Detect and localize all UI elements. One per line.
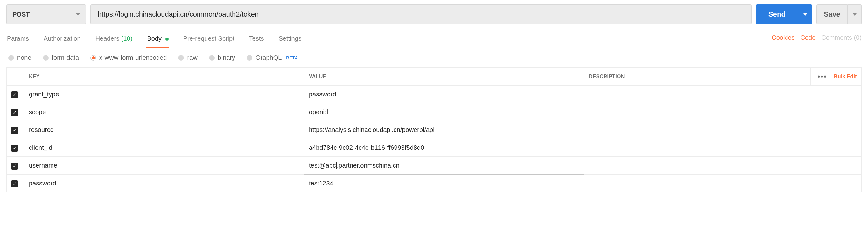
tab-tests[interactable]: Tests bbox=[248, 32, 265, 48]
tab-prerequest[interactable]: Pre-request Script bbox=[183, 32, 235, 48]
table-row: ✓passwordtest1234 bbox=[7, 175, 862, 193]
cookies-link[interactable]: Cookies bbox=[772, 34, 795, 41]
row-checkbox-cell[interactable]: ✓ bbox=[7, 175, 25, 193]
bulk-edit-link[interactable]: Bulk Edit bbox=[834, 74, 857, 79]
body-type-label: form-data bbox=[52, 54, 79, 61]
tab-authorization[interactable]: Authorization bbox=[43, 32, 82, 48]
method-label: POST bbox=[12, 11, 30, 18]
column-header-description: DESCRIPTION bbox=[585, 68, 811, 86]
radio-icon bbox=[43, 55, 49, 61]
row-checkbox-cell[interactable]: ✓ bbox=[7, 157, 25, 175]
row-checkbox-cell[interactable]: ✓ bbox=[7, 86, 25, 103]
radio-icon bbox=[247, 55, 252, 61]
body-type-label: none bbox=[17, 54, 31, 61]
param-description-cell[interactable] bbox=[585, 157, 862, 175]
row-checkbox-cell[interactable]: ✓ bbox=[7, 139, 25, 157]
param-key-cell[interactable]: username bbox=[25, 157, 305, 175]
body-type-graphql[interactable]: GraphQLBETA bbox=[247, 54, 298, 61]
column-header-checkbox bbox=[7, 68, 25, 86]
send-dropdown-button[interactable] bbox=[798, 4, 812, 24]
row-checkbox-cell[interactable]: ✓ bbox=[7, 121, 25, 139]
column-header-key: KEY bbox=[25, 68, 305, 86]
checkbox-icon: ✓ bbox=[11, 180, 18, 187]
body-type-label: binary bbox=[218, 54, 235, 61]
tab-headers-count: (10) bbox=[121, 35, 133, 42]
tab-body-label: Body bbox=[147, 35, 162, 42]
body-type-label: x-www-form-urlencoded bbox=[99, 54, 167, 61]
body-modified-dot-icon bbox=[165, 37, 168, 41]
table-row: ✓grant_typepassword bbox=[7, 86, 862, 103]
more-icon[interactable]: ••• bbox=[818, 72, 827, 81]
checkbox-icon: ✓ bbox=[11, 163, 18, 170]
table-row: ✓resourcehttps://analysis.chinacloudapi.… bbox=[7, 121, 862, 139]
checkbox-icon: ✓ bbox=[11, 91, 18, 98]
url-input[interactable] bbox=[90, 4, 751, 24]
param-key-cell[interactable]: resource bbox=[25, 121, 305, 139]
save-button[interactable]: Save bbox=[816, 4, 848, 24]
body-type-binary[interactable]: binary bbox=[209, 54, 235, 61]
param-key-cell[interactable]: grant_type bbox=[25, 86, 305, 103]
param-value-cell[interactable]: openid bbox=[305, 103, 585, 121]
checkbox-icon: ✓ bbox=[11, 145, 18, 152]
body-params-table: KEY VALUE DESCRIPTION ••• Bulk Edit ✓gra… bbox=[6, 67, 862, 193]
body-type-label: GraphQL bbox=[255, 54, 282, 61]
request-bar: POST Send Save bbox=[6, 4, 862, 24]
checkbox-icon: ✓ bbox=[11, 127, 18, 134]
column-header-actions: ••• Bulk Edit bbox=[811, 68, 862, 86]
tab-settings[interactable]: Settings bbox=[278, 32, 302, 48]
code-link[interactable]: Code bbox=[800, 34, 815, 41]
param-description-cell[interactable] bbox=[585, 175, 862, 193]
column-header-value: VALUE bbox=[305, 68, 585, 86]
chevron-down-icon bbox=[853, 13, 857, 15]
param-description-cell[interactable] bbox=[585, 86, 862, 103]
param-value-cell[interactable]: a4bd784c-9c02-4c4e-b116-ff6993f5d8d0 bbox=[305, 139, 585, 157]
body-type-raw[interactable]: raw bbox=[178, 54, 197, 61]
param-value-cell[interactable]: https://analysis.chinacloudapi.cn/powerb… bbox=[305, 121, 585, 139]
send-button[interactable]: Send bbox=[756, 4, 798, 24]
request-tabs: Params Authorization Headers (10) Body P… bbox=[6, 32, 862, 48]
chevron-down-icon bbox=[76, 13, 80, 15]
tab-headers-label: Headers bbox=[95, 35, 120, 42]
body-type-none[interactable]: none bbox=[8, 54, 31, 61]
param-description-cell[interactable] bbox=[585, 121, 862, 139]
param-value-cell[interactable]: test@abc.partner.onmschina.cn bbox=[305, 157, 585, 175]
param-key-cell[interactable]: scope bbox=[25, 103, 305, 121]
radio-icon bbox=[209, 55, 215, 61]
send-button-group: Send bbox=[756, 4, 812, 24]
body-type-urlencoded[interactable]: x-www-form-urlencoded bbox=[90, 54, 167, 61]
param-description-cell[interactable] bbox=[585, 139, 862, 157]
tab-body[interactable]: Body bbox=[146, 32, 169, 48]
table-row: ✓usernametest@abc.partner.onmschina.cn bbox=[7, 157, 862, 175]
param-description-cell[interactable] bbox=[585, 103, 862, 121]
save-button-group: Save bbox=[816, 4, 862, 24]
chevron-down-icon bbox=[803, 13, 807, 15]
radio-icon bbox=[90, 55, 96, 61]
row-checkbox-cell[interactable]: ✓ bbox=[7, 103, 25, 121]
body-type-selector: none form-data x-www-form-urlencoded raw… bbox=[6, 48, 862, 67]
table-row: ✓client_ida4bd784c-9c02-4c4e-b116-ff6993… bbox=[7, 139, 862, 157]
param-key-cell[interactable]: client_id bbox=[25, 139, 305, 157]
checkbox-icon: ✓ bbox=[11, 109, 18, 116]
param-value-cell[interactable]: password bbox=[305, 86, 585, 103]
table-row: ✓scopeopenid bbox=[7, 103, 862, 121]
method-select[interactable]: POST bbox=[6, 4, 86, 24]
body-type-formdata[interactable]: form-data bbox=[43, 54, 79, 61]
radio-icon bbox=[8, 55, 14, 61]
tab-params[interactable]: Params bbox=[6, 32, 30, 48]
radio-icon bbox=[178, 55, 184, 61]
comments-link[interactable]: Comments (0) bbox=[821, 34, 862, 41]
save-dropdown-button[interactable] bbox=[848, 4, 862, 24]
param-value-cell[interactable]: test1234 bbox=[305, 175, 585, 193]
param-key-cell[interactable]: password bbox=[25, 175, 305, 193]
body-type-label: raw bbox=[187, 54, 197, 61]
beta-badge: BETA bbox=[286, 55, 298, 61]
tab-headers[interactable]: Headers (10) bbox=[95, 32, 133, 48]
